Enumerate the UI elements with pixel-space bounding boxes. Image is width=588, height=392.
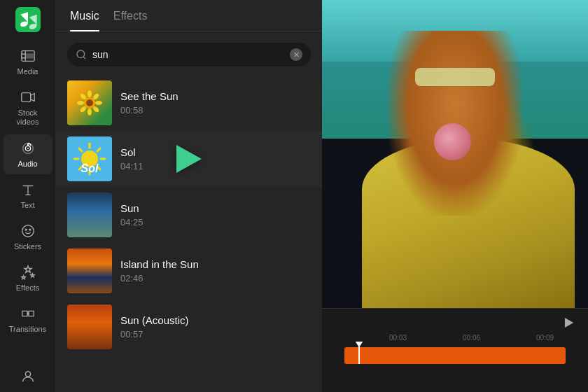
sidebar-item-stickers-label: Stickers <box>14 242 41 251</box>
svg-point-11 <box>77 50 85 58</box>
svg-point-13 <box>86 99 93 106</box>
search-clear-button[interactable]: ✕ <box>290 48 302 61</box>
timeline-time-3: 00:09 <box>536 334 554 342</box>
svg-point-16 <box>95 101 102 105</box>
search-icon <box>76 49 87 60</box>
svg-point-20 <box>77 101 84 105</box>
sidebar-item-text-label: Text <box>20 201 34 210</box>
svg-rect-3 <box>21 93 30 102</box>
svg-point-8 <box>25 229 27 230</box>
track-title: Sun <box>120 202 302 214</box>
transitions-icon <box>20 305 36 322</box>
track-info: Island in the Sun 02:46 <box>112 258 311 284</box>
track-title: See the Sun <box>120 90 302 102</box>
sidebar-item-media[interactable]: Media <box>4 42 52 82</box>
list-item[interactable]: Sol Sol 04:11 <box>56 131 322 187</box>
track-info: Sol 04:11 <box>112 146 311 172</box>
track-thumbnail <box>67 192 112 237</box>
sidebar-item-stock-videos-label: Stock videos <box>17 108 39 127</box>
svg-rect-2 <box>26 53 34 58</box>
search-input[interactable] <box>92 49 284 60</box>
audio-icon <box>20 140 36 157</box>
list-item[interactable]: Sun 04:25 <box>56 187 322 243</box>
timeline-ruler: 00:03 00:06 00:09 <box>322 334 588 342</box>
sidebar-item-transitions-label: Transitions <box>9 325 46 334</box>
search-bar: ✕ <box>67 43 311 66</box>
timeline-time-2: 00:06 <box>463 334 480 342</box>
tab-music[interactable]: Music <box>70 10 99 31</box>
track-title: Sol <box>120 146 302 158</box>
svg-point-9 <box>29 229 30 230</box>
svg-line-29 <box>97 148 100 151</box>
track-duration: 04:25 <box>120 217 302 227</box>
list-item[interactable]: Island in the Sun 02:46 <box>56 243 322 299</box>
timeline-playhead <box>358 342 360 364</box>
svg-point-7 <box>22 225 34 237</box>
sidebar-item-profile[interactable] <box>4 363 52 391</box>
track-thumbnail: Sol <box>67 136 112 181</box>
track-duration: 00:58 <box>120 105 302 115</box>
timeline-play-button[interactable] <box>560 314 577 331</box>
sidebar-item-stickers[interactable]: Stickers <box>4 217 52 257</box>
track-title: Sun (Acoustic) <box>120 314 302 326</box>
track-thumbnail <box>67 304 112 349</box>
sidebar-item-audio-label: Audio <box>18 160 37 169</box>
sidebar-item-stock-videos[interactable]: Stock videos <box>4 83 52 132</box>
media-icon <box>20 48 36 64</box>
list-item[interactable]: See the Sun 00:58 <box>56 75 322 131</box>
sidebar-item-audio[interactable]: Audio <box>4 134 52 174</box>
stock-videos-icon <box>20 89 36 106</box>
timeline-time-1: 00:03 <box>389 334 407 342</box>
app-logo[interactable] <box>14 6 42 34</box>
sidebar-item-effects[interactable]: Effects <box>4 258 52 298</box>
sidebar-item-text[interactable]: Text <box>4 176 52 216</box>
track-duration: 00:57 <box>120 329 302 340</box>
sidebar: Media Stock videos Audio <box>0 0 56 392</box>
svg-point-18 <box>88 108 92 115</box>
effects-icon <box>20 264 36 281</box>
tab-effects[interactable]: Effects <box>113 10 148 31</box>
svg-point-14 <box>88 90 92 97</box>
sidebar-item-media-label: Media <box>18 67 38 76</box>
track-title: Island in the Sun <box>120 258 302 270</box>
list-item[interactable]: Sun (Acoustic) 00:57 <box>56 299 322 355</box>
timeline: 00:03 00:06 00:09 <box>322 308 588 392</box>
sidebar-item-effects-label: Effects <box>16 284 39 293</box>
track-duration: 04:11 <box>120 161 302 172</box>
svg-line-27 <box>79 148 82 151</box>
stickers-icon <box>20 223 36 239</box>
svg-point-6 <box>27 148 29 149</box>
svg-point-10 <box>25 372 30 377</box>
text-icon <box>20 181 36 198</box>
track-thumbnail <box>67 80 112 125</box>
track-info: Sun (Acoustic) 00:57 <box>112 314 311 340</box>
track-info: See the Sun 00:58 <box>112 90 311 115</box>
timeline-track[interactable] <box>344 347 566 364</box>
sidebar-item-transitions[interactable]: Transitions <box>4 300 52 340</box>
track-thumbnail <box>67 248 112 293</box>
music-list: See the Sun 00:58 <box>56 72 322 392</box>
timeline-controls <box>322 309 588 334</box>
track-info: Sun 04:25 <box>112 202 311 227</box>
music-panel: Music Effects ✕ <box>56 0 322 392</box>
profile-icon <box>20 368 36 385</box>
panel-tabs: Music Effects <box>56 0 322 31</box>
video-preview <box>322 0 588 308</box>
track-duration: 02:46 <box>120 273 302 284</box>
svg-marker-31 <box>566 318 573 327</box>
